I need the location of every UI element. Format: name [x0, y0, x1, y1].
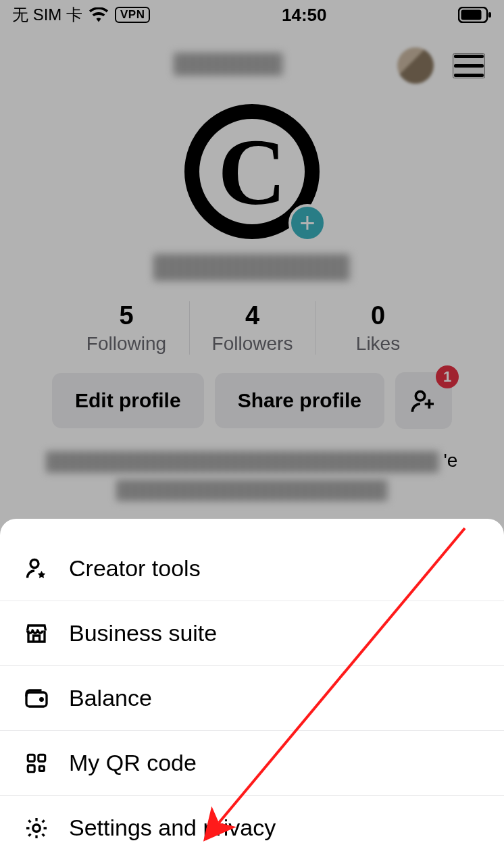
username-text	[0, 254, 504, 281]
menu-creator-tools[interactable]: Creator tools	[0, 536, 504, 601]
likes-label: Likes	[316, 333, 440, 355]
menu-button[interactable]	[453, 53, 485, 78]
clock-text: 14:50	[282, 5, 327, 26]
menu-settings-privacy[interactable]: Settings and privacy	[0, 796, 504, 868]
followers-label: Followers	[190, 333, 315, 355]
menu-item-label: Settings and privacy	[69, 815, 276, 841]
add-friend-button[interactable]: 1	[395, 372, 452, 429]
svg-rect-14	[39, 755, 45, 761]
followers-count: 4	[190, 301, 315, 330]
wallet-icon	[23, 688, 50, 709]
wifi-icon	[89, 7, 108, 22]
battery-icon	[458, 7, 492, 23]
following-count: 5	[64, 301, 189, 330]
bio-text: 'e	[0, 446, 504, 503]
person-star-icon	[23, 557, 50, 581]
following-stat[interactable]: 5 Following	[64, 301, 189, 355]
svg-point-17	[33, 824, 41, 832]
profile-name-title	[59, 53, 397, 78]
menu-balance[interactable]: Balance	[0, 666, 504, 731]
likes-stat[interactable]: 0 Likes	[315, 301, 440, 355]
svg-rect-13	[28, 755, 34, 761]
add-photo-badge[interactable]: +	[288, 204, 326, 242]
menu-business-suite[interactable]: Business suite	[0, 601, 504, 666]
svg-rect-16	[39, 766, 44, 771]
svg-rect-1	[461, 10, 481, 20]
menu-item-label: Creator tools	[69, 555, 201, 582]
svg-point-12	[41, 698, 43, 700]
gear-icon	[23, 816, 50, 840]
following-label: Following	[64, 333, 189, 355]
qr-code-icon	[23, 752, 50, 775]
share-profile-button[interactable]: Share profile	[215, 373, 384, 428]
vpn-indicator: VPN	[115, 7, 150, 23]
followers-stat[interactable]: 4 Followers	[189, 301, 315, 355]
storefront-icon	[23, 621, 50, 646]
svg-point-10	[30, 559, 39, 567]
svg-rect-2	[488, 12, 491, 18]
notification-badge: 1	[436, 365, 459, 388]
carrier-text: 无 SIM 卡	[12, 4, 82, 26]
status-bar: 无 SIM 卡 VPN 14:50	[0, 0, 504, 27]
edit-profile-button[interactable]: Edit profile	[52, 373, 204, 428]
menu-item-label: Business suite	[69, 620, 217, 646]
menu-qr-code[interactable]: My QR code	[0, 731, 504, 796]
svg-point-3	[415, 392, 424, 401]
svg-rect-15	[28, 765, 34, 771]
likes-count: 0	[316, 301, 440, 330]
menu-item-label: My QR code	[69, 750, 197, 776]
menu-item-label: Balance	[69, 685, 152, 711]
account-switcher-avatar[interactable]	[397, 47, 434, 84]
menu-sheet: Creator tools Business suite Balance My …	[0, 519, 504, 868]
